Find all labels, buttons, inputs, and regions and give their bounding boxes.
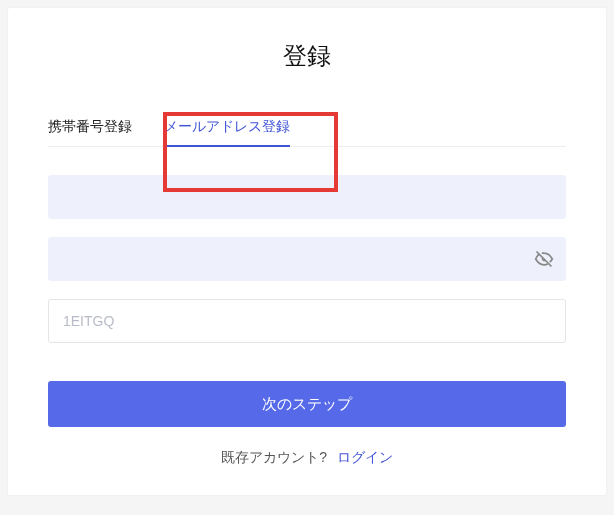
password-field-wrap [48,237,566,281]
login-link[interactable]: ログイン [337,449,393,465]
register-tabs: 携帯番号登録 メールアドレス登録 [48,108,566,147]
page-title: 登録 [48,40,566,72]
email-field-wrap [48,175,566,219]
existing-account-label: 既存アカウント? [221,449,327,465]
tab-email[interactable]: メールアドレス登録 [164,108,290,146]
password-field[interactable] [48,237,566,281]
next-step-button[interactable]: 次のステップ [48,381,566,427]
footer-row: 既存アカウント? ログイン [48,449,566,467]
register-card: 登録 携帯番号登録 メールアドレス登録 次のステップ 既存アカウント? ログイン [8,8,606,495]
email-field[interactable] [48,175,566,219]
code-field[interactable] [48,299,566,343]
tab-phone[interactable]: 携帯番号登録 [48,108,132,146]
code-field-wrap [48,299,566,343]
eye-off-icon[interactable] [534,249,554,269]
